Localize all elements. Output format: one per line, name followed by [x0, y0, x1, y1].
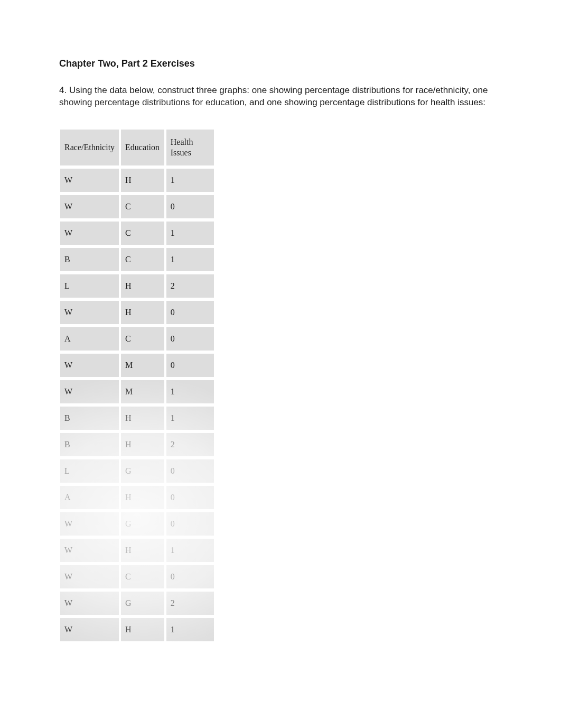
table-row: WC0	[59, 564, 215, 590]
cell-health: 1	[165, 616, 215, 643]
cell-race: W	[59, 590, 120, 616]
table-row: BH2	[59, 431, 215, 458]
cell-health: 0	[165, 511, 215, 537]
cell-race: W	[59, 167, 120, 193]
cell-race: W	[59, 511, 120, 537]
cell-health: 0	[165, 326, 215, 352]
cell-health: 2	[165, 273, 215, 299]
cell-race: W	[59, 352, 120, 379]
cell-race: L	[59, 458, 120, 484]
cell-race: W	[59, 564, 120, 590]
cell-education: G	[120, 590, 165, 616]
cell-education: H	[120, 537, 165, 564]
table-header-row: Race/Ethnicity Education Health Issues	[59, 128, 215, 167]
table-row: WG2	[59, 590, 215, 616]
cell-race: W	[59, 299, 120, 326]
table-row: AC0	[59, 326, 215, 352]
cell-education: C	[120, 220, 165, 246]
cell-education: H	[120, 273, 165, 299]
table-body: WH1WC0WC1BC1LH2WH0AC0WM0WM1BH1BH2LG0AH0W…	[59, 167, 215, 643]
cell-race: W	[59, 616, 120, 643]
table-row: AH0	[59, 484, 215, 511]
cell-education: M	[120, 379, 165, 405]
cell-health: 0	[165, 484, 215, 511]
table-row: WM1	[59, 379, 215, 405]
table-row: BC1	[59, 246, 215, 273]
cell-health: 1	[165, 379, 215, 405]
table-row: WG0	[59, 511, 215, 537]
cell-health: 0	[165, 564, 215, 590]
table-row: LG0	[59, 458, 215, 484]
cell-education: H	[120, 616, 165, 643]
cell-race: L	[59, 273, 120, 299]
cell-health: 2	[165, 590, 215, 616]
cell-health: 0	[165, 193, 215, 220]
header-education: Education	[120, 128, 165, 167]
data-table: Race/Ethnicity Education Health Issues W…	[59, 128, 215, 643]
cell-health: 1	[165, 405, 215, 431]
cell-health: 0	[165, 299, 215, 326]
table-row: WM0	[59, 352, 215, 379]
table-row: WH1	[59, 167, 215, 193]
table-row: LH2	[59, 273, 215, 299]
cell-education: H	[120, 431, 165, 458]
table-row: WC0	[59, 193, 215, 220]
cell-education: G	[120, 458, 165, 484]
cell-race: B	[59, 405, 120, 431]
cell-race: W	[59, 220, 120, 246]
table-row: WH1	[59, 537, 215, 564]
cell-health: 1	[165, 537, 215, 564]
cell-education: C	[120, 246, 165, 273]
data-table-container: Race/Ethnicity Education Health Issues W…	[59, 128, 215, 643]
table-row: WH1	[59, 616, 215, 643]
cell-race: W	[59, 193, 120, 220]
exercise-prompt: 4. Using the data below, construct three…	[59, 84, 492, 109]
cell-health: 1	[165, 246, 215, 273]
cell-education: H	[120, 484, 165, 511]
cell-health: 1	[165, 220, 215, 246]
table-row: WC1	[59, 220, 215, 246]
cell-race: A	[59, 326, 120, 352]
cell-education: C	[120, 326, 165, 352]
header-health: Health Issues	[165, 128, 215, 167]
cell-race: W	[59, 537, 120, 564]
table-row: WH0	[59, 299, 215, 326]
cell-health: 0	[165, 458, 215, 484]
cell-education: H	[120, 299, 165, 326]
cell-health: 2	[165, 431, 215, 458]
cell-education: C	[120, 564, 165, 590]
cell-race: B	[59, 246, 120, 273]
cell-health: 0	[165, 352, 215, 379]
cell-race: B	[59, 431, 120, 458]
cell-education: G	[120, 511, 165, 537]
cell-education: M	[120, 352, 165, 379]
cell-education: H	[120, 405, 165, 431]
cell-education: C	[120, 193, 165, 220]
cell-race: A	[59, 484, 120, 511]
table-row: BH1	[59, 405, 215, 431]
cell-race: W	[59, 379, 120, 405]
cell-health: 1	[165, 167, 215, 193]
header-race: Race/Ethnicity	[59, 128, 120, 167]
cell-education: H	[120, 167, 165, 193]
page-title: Chapter Two, Part 2 Exercises	[59, 58, 502, 69]
